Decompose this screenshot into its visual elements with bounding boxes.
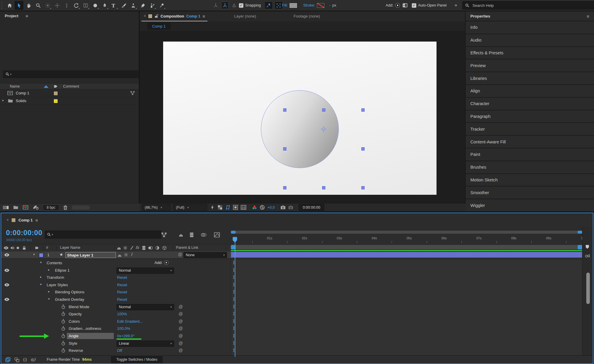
colors-value[interactable]: Edit Gradient... bbox=[117, 319, 143, 324]
scrollbar-left-cap[interactable] bbox=[231, 231, 236, 234]
new-composition-icon[interactable] bbox=[23, 205, 29, 210]
project-panel-menu-icon[interactable]: ≡ bbox=[26, 13, 28, 18]
stopwatch-icon[interactable] bbox=[61, 311, 65, 316]
solo-column-icon[interactable] bbox=[17, 247, 19, 249]
property-row-blend-mode[interactable]: Blend ModeNormal▾@I bbox=[1, 303, 582, 311]
row-track-area[interactable]: I bbox=[231, 267, 582, 274]
selection-handle[interactable] bbox=[283, 147, 286, 151]
work-area-end-handle[interactable] bbox=[578, 245, 582, 249]
stroke-swatch[interactable] bbox=[317, 3, 324, 8]
pickwhip-icon[interactable]: @ bbox=[179, 333, 183, 338]
stopwatch-icon[interactable] bbox=[61, 304, 65, 309]
motion-blur-icon[interactable] bbox=[201, 232, 207, 238]
lock-column-icon[interactable] bbox=[22, 246, 26, 250]
visibility-eye-icon[interactable] bbox=[4, 268, 10, 272]
comp-camera-icon[interactable] bbox=[585, 254, 590, 258]
stopwatch-icon[interactable] bbox=[61, 333, 65, 338]
collapsed-panel-motion-sketch[interactable]: Motion Sketch bbox=[466, 173, 594, 186]
graph-editor-icon[interactable] bbox=[214, 232, 220, 238]
composition-canvas[interactable] bbox=[140, 31, 465, 203]
row-track-area[interactable]: I bbox=[231, 318, 582, 325]
collapsed-panel-content-aware-fill[interactable]: Content-Aware Fill bbox=[466, 135, 594, 148]
collapsed-panel-libraries[interactable]: Libraries bbox=[466, 72, 594, 84]
sort-ascending-icon[interactable] bbox=[44, 85, 48, 88]
pickwhip-icon[interactable]: @ bbox=[179, 348, 183, 353]
anchor-point-icon[interactable] bbox=[320, 126, 327, 132]
row-track-area[interactable]: I bbox=[231, 289, 582, 296]
tab-footage[interactable]: Footage (none) bbox=[294, 14, 320, 18]
layer-collapse-switch-icon[interactable] bbox=[124, 253, 128, 257]
collapsed-panel-effects-presets[interactable]: Effects & Presets bbox=[466, 46, 594, 59]
pickwhip-icon[interactable]: @ bbox=[179, 304, 183, 309]
expander-closed-icon[interactable]: ▸ bbox=[2, 99, 4, 102]
project-item-name[interactable]: Comp 1 bbox=[16, 91, 29, 95]
label-column-tag-icon[interactable] bbox=[53, 84, 58, 88]
expander-open-icon[interactable]: ▾ bbox=[33, 253, 35, 256]
exposure-aperture-icon[interactable] bbox=[260, 205, 265, 210]
show-snapshot-icon[interactable] bbox=[288, 205, 293, 210]
pan-behind-tool[interactable] bbox=[81, 1, 90, 10]
gradien-oothness-value[interactable]: 100,0% bbox=[117, 326, 130, 331]
layer-visibility-eye-icon[interactable] bbox=[4, 253, 10, 257]
exposure-value[interactable]: +0,0 bbox=[267, 205, 275, 210]
property-row-ellipse-1[interactable]: ▸Ellipse 1Normal▾I bbox=[1, 267, 582, 275]
fill-swatch[interactable] bbox=[289, 3, 297, 8]
column-divider[interactable] bbox=[51, 84, 51, 88]
property-row-reverse[interactable]: ReverseOff@I bbox=[1, 347, 582, 355]
time-ruler[interactable]: 0s01s02s03s04s05s06s07s08s09s10s bbox=[231, 235, 582, 244]
expander-open-icon[interactable]: ▾ bbox=[48, 297, 50, 300]
dolly-camera-tool[interactable] bbox=[62, 1, 71, 10]
column-parent-link[interactable]: Parent & Link bbox=[176, 246, 198, 250]
trash-icon[interactable] bbox=[63, 205, 67, 210]
row-track-area[interactable]: I bbox=[231, 281, 582, 289]
region-of-interest-icon[interactable] bbox=[233, 205, 238, 210]
comp-marker-bin-icon[interactable] bbox=[585, 245, 590, 249]
blending-options-value[interactable]: Reset bbox=[117, 290, 127, 294]
fill-label[interactable]: Fill: bbox=[282, 3, 288, 7]
motion-blur-switch-icon[interactable] bbox=[148, 246, 153, 250]
zoom-tool[interactable] bbox=[34, 1, 42, 10]
view-axis-icon[interactable] bbox=[231, 2, 238, 9]
property-row-gradien-oothness[interactable]: Gradien...oothness100,0%@I bbox=[1, 325, 582, 333]
contents-add-control[interactable]: Add: bbox=[155, 260, 168, 265]
layer-name-field[interactable]: Shape Layer 1 bbox=[65, 252, 116, 258]
expand-transfer-controls-icon[interactable] bbox=[14, 357, 19, 362]
world-axis-icon[interactable] bbox=[221, 1, 229, 9]
stroke-label[interactable]: Stroke: bbox=[303, 3, 315, 7]
project-item-name[interactable]: Solids bbox=[16, 99, 26, 103]
take-snapshot-icon[interactable] bbox=[281, 205, 286, 210]
expand-in-out-icon[interactable]: { } bbox=[23, 357, 27, 362]
close-icon[interactable]: × bbox=[7, 218, 9, 222]
help-search-input[interactable] bbox=[472, 3, 593, 8]
rotation-tool[interactable] bbox=[72, 1, 81, 10]
property-row-angle[interactable]: Angle0x+289,0°@I bbox=[1, 333, 582, 340]
collapsed-panel-paint[interactable]: Paint bbox=[466, 148, 594, 161]
selection-handle[interactable] bbox=[322, 186, 325, 189]
stopwatch-icon[interactable] bbox=[61, 326, 65, 331]
stroke-width-value[interactable]: - bbox=[329, 3, 330, 7]
layer-shy-switch-icon[interactable] bbox=[117, 253, 122, 257]
expander-closed-icon[interactable]: ▸ bbox=[48, 290, 50, 293]
help-search-box[interactable] bbox=[462, 1, 594, 10]
tab-composition[interactable]: × Composition Comp 1 ≡ bbox=[141, 11, 207, 21]
layer-label-color-chip[interactable] bbox=[39, 253, 43, 257]
roto-brush-tool[interactable] bbox=[148, 1, 157, 10]
row-track-area[interactable]: I bbox=[231, 347, 582, 354]
expander-open-icon[interactable]: ▾ bbox=[40, 261, 42, 264]
composition-surface[interactable] bbox=[163, 42, 437, 195]
reverse-value[interactable]: Off bbox=[117, 348, 122, 353]
toggle-switches-modes-button[interactable]: Toggle Switches / Modes bbox=[111, 356, 162, 363]
layer-styles-value[interactable]: Reset bbox=[117, 283, 127, 287]
composition-mini-flowchart-icon[interactable] bbox=[161, 232, 167, 238]
close-icon[interactable]: × bbox=[144, 14, 146, 18]
work-area-bar[interactable] bbox=[231, 245, 582, 249]
property-row-style[interactable]: StyleLinear▾@I bbox=[1, 340, 582, 348]
row-track-area[interactable]: I bbox=[231, 340, 582, 347]
add-play-icon[interactable] bbox=[164, 260, 168, 265]
layer-row-shape-layer-1[interactable]: ▾ 1 ★ Shape Layer 1 / @ None▾ bbox=[1, 251, 231, 259]
layer-duration-bar[interactable] bbox=[231, 252, 582, 258]
magnification-dropdown[interactable]: (66,7%)▾ bbox=[142, 204, 171, 211]
angle-value[interactable]: 0x+289,0° bbox=[117, 334, 135, 338]
selection-handle[interactable] bbox=[361, 186, 365, 189]
pan-camera-tool[interactable] bbox=[53, 1, 62, 10]
